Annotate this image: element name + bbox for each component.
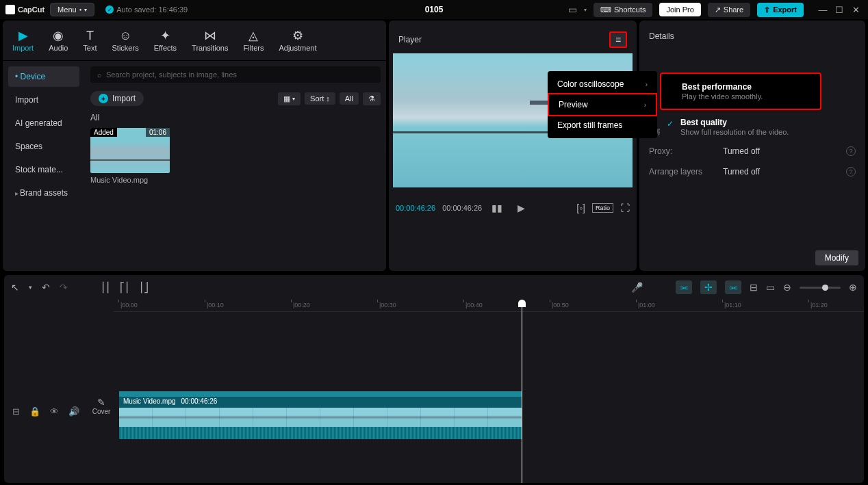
trim-right-tool[interactable]: ⎮⎦ bbox=[139, 282, 149, 293]
sidebar-item-brand[interactable]: ▸Brand assets bbox=[8, 183, 79, 203]
link-button[interactable]: ⫘ bbox=[725, 280, 741, 294]
hamburger-icon: ≡ bbox=[615, 34, 621, 45]
zoom-slider[interactable] bbox=[800, 287, 841, 289]
details-panel: Details Imported media: Stay in original… bbox=[639, 21, 865, 271]
window-controls: — ☐ ✕ bbox=[816, 5, 863, 15]
menu-button[interactable]: Menu ● ▾ bbox=[50, 3, 94, 16]
chevron-down-icon[interactable]: ▾ bbox=[29, 284, 32, 291]
sidebar-item-stock[interactable]: Stock mate... bbox=[8, 159, 79, 180]
check-icon: ✓ bbox=[105, 5, 114, 14]
text-icon: T bbox=[86, 29, 94, 42]
close-button[interactable]: ✕ bbox=[849, 5, 863, 15]
redo-button[interactable]: ↷ bbox=[60, 282, 68, 293]
sidebar-item-import[interactable]: Import bbox=[8, 90, 79, 110]
search-icon: ⌕ bbox=[97, 70, 102, 79]
chevron-down-icon[interactable]: ▾ bbox=[584, 7, 587, 13]
thumbnail-image: Added 01:06 bbox=[90, 128, 170, 173]
tab-audio[interactable]: ◉Audio bbox=[42, 26, 75, 55]
option-best-performance[interactable]: Best performance Play the video smoothly… bbox=[661, 78, 820, 105]
align-tool[interactable]: ⊟ bbox=[750, 282, 758, 293]
tab-adjustment[interactable]: ⚙Adjustment bbox=[272, 26, 323, 55]
maximize-button[interactable]: ☐ bbox=[832, 5, 846, 15]
join-pro-button[interactable]: Join Pro bbox=[659, 3, 700, 16]
lock-icon[interactable]: 🔒 bbox=[29, 406, 40, 417]
menu-color-oscilloscope[interactable]: Color oscilloscope› bbox=[548, 74, 657, 94]
tab-transitions[interactable]: ⋈Transitions bbox=[185, 26, 235, 55]
play-button[interactable]: ▶ bbox=[518, 202, 525, 213]
preview-axis-button[interactable]: ✢ bbox=[700, 280, 717, 294]
scale-icon[interactable]: [◦] bbox=[576, 202, 585, 213]
eye-icon[interactable]: 👁 bbox=[50, 406, 59, 417]
import-media-button[interactable]: + Import bbox=[90, 91, 144, 106]
menu-preview[interactable]: Preview› bbox=[548, 93, 657, 116]
fullscreen-icon[interactable]: ⛶ bbox=[620, 202, 630, 213]
timeline-ruler[interactable]: |00:00 |00:10 |00:20 |00:30 |00:40 |00:5… bbox=[114, 300, 864, 312]
preview-submenu-rest: ✓ Best quality Show full resolution of t… bbox=[660, 109, 821, 144]
link-icon: ⫘ bbox=[728, 282, 738, 293]
modify-button[interactable]: Modify bbox=[815, 250, 858, 265]
compare-icon[interactable]: ▮▮ bbox=[492, 202, 502, 213]
help-icon[interactable]: ? bbox=[846, 167, 856, 176]
check-icon: ✓ bbox=[667, 119, 674, 129]
app-logo: CapCut bbox=[5, 5, 44, 14]
axis-icon: ✢ bbox=[704, 282, 713, 293]
menu-export-still[interactable]: Export still frames bbox=[548, 115, 657, 135]
trim-left-tool[interactable]: ⎡⎮ bbox=[120, 282, 129, 293]
logo-icon bbox=[5, 5, 15, 14]
player-menu-button[interactable]: ≡ bbox=[609, 31, 627, 48]
track-tool[interactable]: ▭ bbox=[766, 282, 775, 293]
collapse-icon[interactable]: ⊟ bbox=[12, 406, 20, 417]
search-input[interactable]: ⌕ Search project, subjects in image, lin… bbox=[90, 66, 381, 83]
playhead[interactable] bbox=[522, 300, 522, 483]
timeline-clip[interactable]: Music Video.mpg 00:00:46:26 bbox=[119, 391, 522, 439]
share-button[interactable]: ↗ Share bbox=[708, 3, 750, 17]
chevron-down-icon: ▾ bbox=[84, 7, 87, 13]
ratio-button[interactable]: Ratio bbox=[592, 203, 613, 213]
autosave-status: ✓ Auto saved: 16:46:39 bbox=[105, 5, 188, 14]
shortcuts-button[interactable]: ⌨ Shortcuts bbox=[593, 3, 652, 17]
detail-proxy: Proxy: Turned off ? bbox=[649, 146, 856, 156]
view-toggle[interactable]: ▦▾ bbox=[278, 92, 301, 105]
mic-icon[interactable]: 🎤 bbox=[631, 282, 643, 293]
zoom-out-button[interactable]: ⊖ bbox=[783, 282, 791, 293]
mute-icon[interactable]: 🔊 bbox=[68, 406, 79, 417]
logo-text: CapCut bbox=[18, 5, 44, 14]
total-time: 00:00:46:26 bbox=[442, 204, 482, 212]
project-title: 0105 bbox=[425, 5, 444, 14]
minimize-button[interactable]: — bbox=[816, 5, 830, 15]
cover-button[interactable]: ✎ Cover bbox=[92, 397, 111, 415]
tab-effects[interactable]: ✦Effects bbox=[147, 26, 183, 55]
timeline-toolbar: ↖ ▾ ↶ ↷ ⎮⎮ ⎡⎮ ⎮⎦ 🎤 ⫘ ✢ ⫘ ⊟ ▭ ⊖ ⊕ bbox=[4, 275, 864, 300]
media-area: ⌕ Search project, subjects in image, lin… bbox=[85, 61, 386, 271]
tab-import[interactable]: ▶Import bbox=[5, 26, 40, 55]
layout-icon[interactable]: ▭ bbox=[568, 4, 577, 15]
tab-text[interactable]: TText bbox=[76, 26, 103, 55]
chevron-right-icon: › bbox=[644, 101, 646, 109]
timeline[interactable]: |00:00 |00:10 |00:20 |00:30 |00:40 |00:5… bbox=[4, 300, 864, 483]
sidebar-item-spaces[interactable]: Spaces bbox=[8, 136, 79, 157]
snap-icon: ⫘ bbox=[679, 282, 689, 293]
tab-stickers[interactable]: ☺Stickers bbox=[105, 26, 146, 55]
import-icon: ▶ bbox=[18, 29, 28, 42]
help-icon[interactable]: ? bbox=[846, 146, 856, 156]
tab-filters[interactable]: ◬Filters bbox=[236, 26, 270, 55]
filter-all-button[interactable]: All bbox=[340, 92, 359, 105]
transitions-icon: ⋈ bbox=[204, 29, 216, 42]
export-button[interactable]: ⇧ Export bbox=[757, 3, 804, 17]
sort-button[interactable]: Sort ↕ bbox=[305, 92, 335, 105]
plus-icon: + bbox=[99, 94, 108, 103]
sidebar-item-ai[interactable]: AI generated bbox=[8, 113, 79, 133]
effects-icon: ✦ bbox=[160, 29, 170, 42]
undo-button[interactable]: ↶ bbox=[42, 282, 50, 293]
option-best-quality[interactable]: ✓ Best quality Show full resolution of t… bbox=[660, 114, 821, 140]
pointer-tool[interactable]: ↖ bbox=[11, 282, 19, 293]
clip-duration: 00:00:46:26 bbox=[181, 397, 218, 407]
zoom-fit-button[interactable]: ⊕ bbox=[849, 282, 857, 293]
snap-button[interactable]: ⫘ bbox=[676, 280, 692, 294]
share-icon: ↗ bbox=[715, 5, 721, 14]
sidebar-item-device[interactable]: • Device bbox=[8, 66, 79, 87]
media-thumbnail[interactable]: Added 01:06 Music Video.mpg bbox=[90, 128, 170, 184]
filter-icon-button[interactable]: ⚗ bbox=[363, 92, 381, 105]
split-tool[interactable]: ⎮⎮ bbox=[101, 282, 110, 293]
export-icon: ⇧ bbox=[764, 5, 770, 14]
